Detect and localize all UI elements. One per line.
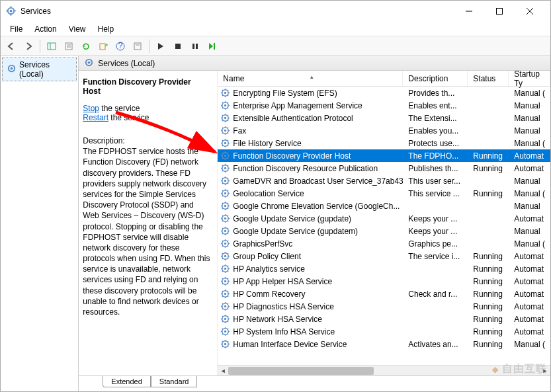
svg-line-85 bbox=[228, 158, 228, 159]
cell-status: Running bbox=[468, 277, 509, 286]
cell-status: Running bbox=[468, 264, 509, 274]
table-row[interactable]: HP Diagnostics HSA ServiceRunningAutomat bbox=[218, 300, 550, 313]
table-row[interactable]: GraphicsPerfSvcGraphics pe...Manual ( bbox=[218, 237, 550, 250]
service-gear-icon bbox=[220, 251, 230, 261]
horizontal-scrollbar[interactable]: ◄ ► bbox=[218, 365, 550, 375]
forward-button[interactable] bbox=[21, 38, 36, 54]
svg-line-86 bbox=[222, 158, 223, 159]
menu-help[interactable]: Help bbox=[93, 23, 120, 35]
cell-startup: Automat bbox=[509, 302, 550, 311]
svg-line-57 bbox=[228, 115, 228, 116]
table-row[interactable]: Google Update Service (gupdatem)Keeps yo… bbox=[218, 225, 550, 237]
scroll-right-arrow-icon[interactable]: ► bbox=[540, 366, 550, 375]
svg-line-207 bbox=[228, 303, 228, 304]
svg-line-157 bbox=[228, 241, 228, 241]
help-button[interactable]: ? bbox=[112, 38, 128, 54]
svg-line-96 bbox=[222, 171, 223, 171]
service-gear-icon bbox=[220, 226, 230, 236]
svg-line-226 bbox=[222, 334, 223, 334]
table-row[interactable]: HP Network HSA ServiceRunningAutomat bbox=[218, 313, 550, 325]
cell-startup: Automat bbox=[509, 327, 550, 336]
start-service-button[interactable] bbox=[153, 38, 169, 54]
restart-service-button[interactable] bbox=[204, 38, 220, 54]
export-button[interactable] bbox=[95, 38, 111, 54]
cell-startup: Manual bbox=[509, 227, 550, 236]
service-gear-icon bbox=[220, 214, 230, 223]
stop-service-button[interactable] bbox=[170, 38, 186, 54]
table-row[interactable]: Encrypting File System (EFS)Provides th.… bbox=[218, 87, 550, 99]
table-row[interactable]: HP Analytics serviceRunningAutomat bbox=[218, 262, 550, 275]
cell-name: HP Diagnostics HSA Service bbox=[218, 301, 403, 311]
properties-button[interactable] bbox=[61, 38, 77, 54]
cell-description: The service i... bbox=[403, 252, 468, 261]
tab-standard[interactable]: Standard bbox=[151, 376, 198, 387]
tree-root-services-local[interactable]: Services (Local) bbox=[2, 58, 77, 81]
refresh-button[interactable] bbox=[78, 38, 94, 54]
back-button[interactable] bbox=[3, 38, 19, 54]
tab-extended[interactable]: Extended bbox=[103, 376, 150, 387]
svg-line-175 bbox=[228, 271, 228, 272]
svg-line-224 bbox=[222, 329, 223, 329]
menu-action[interactable]: Action bbox=[29, 23, 62, 35]
scroll-left-arrow-icon[interactable]: ◄ bbox=[218, 366, 228, 375]
cell-name: GraphicsPerfSvc bbox=[218, 239, 403, 249]
svg-point-199 bbox=[224, 305, 226, 307]
table-row[interactable]: HP System Info HSA ServiceRunningAutomat bbox=[218, 325, 550, 338]
services-tree-icon bbox=[7, 63, 17, 75]
service-gear-icon bbox=[220, 88, 230, 98]
column-startup[interactable]: Startup Ty bbox=[509, 71, 550, 86]
column-description[interactable]: Description bbox=[403, 71, 468, 86]
table-row[interactable]: Geolocation ServiceThis service ...Runni… bbox=[218, 187, 550, 200]
toolbar-separator bbox=[40, 40, 40, 53]
maximize-button[interactable] bbox=[484, 1, 515, 22]
stop-link[interactable]: Stop bbox=[83, 104, 99, 113]
table-row[interactable]: HP Comm RecoveryCheck and r...RunningAut… bbox=[218, 288, 550, 300]
svg-line-67 bbox=[228, 128, 228, 128]
menu-file[interactable]: File bbox=[5, 23, 28, 35]
scroll-thumb[interactable] bbox=[228, 367, 374, 375]
table-row[interactable]: GameDVR and Broadcast User Service_37ab4… bbox=[218, 175, 550, 187]
service-gear-icon bbox=[220, 100, 230, 110]
table-row[interactable]: Extensible Authentication ProtocolThe Ex… bbox=[218, 112, 550, 124]
table-row[interactable]: HP App Helper HSA ServiceRunningAutomat bbox=[218, 275, 550, 288]
svg-line-194 bbox=[222, 291, 223, 292]
table-row[interactable]: Google Update Service (gupdate)Keeps you… bbox=[218, 212, 550, 225]
table-row[interactable]: Enterprise App Management ServiceEnables… bbox=[218, 99, 550, 112]
svg-point-229 bbox=[224, 343, 226, 345]
close-button[interactable] bbox=[515, 1, 545, 22]
table-row[interactable]: Human Interface Device ServiceActivates … bbox=[218, 338, 550, 350]
service-list-body[interactable]: Encrypting File System (EFS)Provides th.… bbox=[218, 87, 550, 365]
svg-point-1 bbox=[10, 10, 13, 13]
svg-line-54 bbox=[222, 115, 223, 116]
cell-startup: Automat bbox=[509, 164, 550, 173]
menu-view[interactable]: View bbox=[64, 23, 91, 35]
cell-status: Running bbox=[468, 189, 509, 198]
table-row[interactable]: File History ServiceProtects use...Manua… bbox=[218, 137, 550, 149]
restart-link[interactable]: Restart bbox=[83, 113, 108, 122]
table-row[interactable]: FaxEnables you...Manual bbox=[218, 124, 550, 137]
show-hide-tree-button[interactable] bbox=[44, 38, 60, 54]
cell-description: Enables you... bbox=[403, 126, 468, 136]
pause-service-button[interactable] bbox=[187, 38, 203, 54]
cell-name: HP Network HSA Service bbox=[218, 314, 403, 324]
svg-line-187 bbox=[228, 278, 228, 279]
cell-description: Keeps your ... bbox=[403, 214, 468, 223]
table-row[interactable]: Google Chrome Elevation Service (GoogleC… bbox=[218, 200, 550, 212]
cell-startup: Manual bbox=[509, 126, 550, 136]
table-row[interactable]: Function Discovery Resource PublicationP… bbox=[218, 162, 550, 175]
cell-description: Keeps your ... bbox=[403, 227, 468, 236]
minimize-button[interactable] bbox=[454, 1, 484, 22]
svg-line-177 bbox=[228, 266, 228, 266]
cell-startup: Automat bbox=[509, 252, 550, 261]
table-row[interactable]: Group Policy ClientThe service i...Runni… bbox=[218, 250, 550, 262]
svg-point-119 bbox=[224, 205, 226, 207]
table-row[interactable]: Function Discovery Provider HostThe FDPH… bbox=[218, 149, 550, 162]
properties2-button[interactable] bbox=[130, 38, 146, 54]
service-gear-icon bbox=[220, 289, 230, 299]
cell-startup: Manual ( bbox=[509, 189, 550, 198]
column-status[interactable]: Status bbox=[468, 71, 509, 86]
svg-point-69 bbox=[224, 142, 226, 144]
service-gear-icon bbox=[220, 188, 230, 198]
svg-line-216 bbox=[222, 321, 223, 322]
svg-line-174 bbox=[222, 266, 223, 266]
